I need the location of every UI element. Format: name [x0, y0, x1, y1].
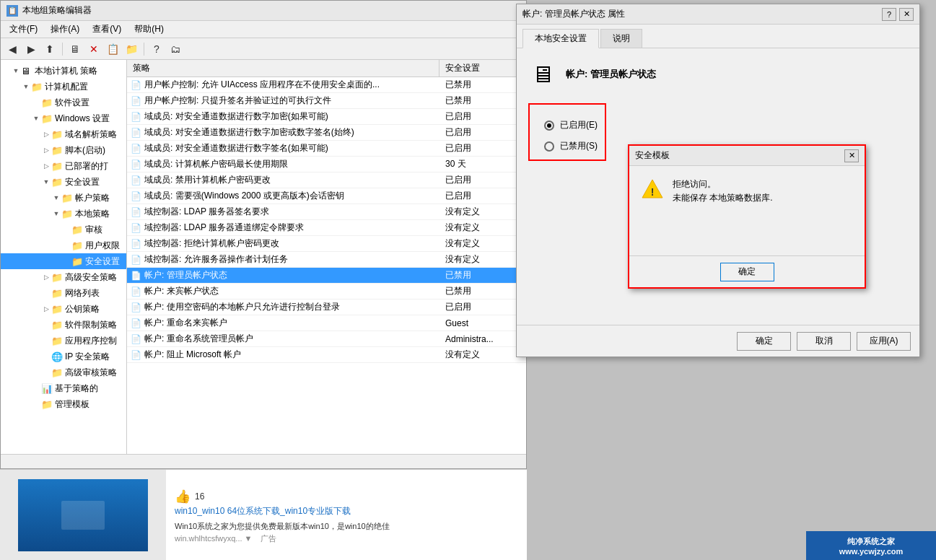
list-item[interactable]: 📄域成员: 计算机帐户密码最长使用期限30 天: [127, 157, 526, 172]
alert-ok-btn[interactable]: 确定: [720, 263, 774, 281]
radio-group: 已启用(E) 已禁用(S): [544, 119, 598, 152]
policy-label: 帐户: 管理员帐户状态: [144, 269, 227, 281]
browser-link[interactable]: win10_win10 64位系统下载_win10专业版下载: [175, 504, 518, 518]
tree-item-admin-templates[interactable]: 📁 管理模板: [1, 396, 126, 412]
properties-cancel-btn[interactable]: 取消: [797, 332, 851, 351]
tree-item-computer-config[interactable]: ▼ 📁 计算机配置: [1, 79, 126, 95]
label-policy-based: 基于策略的: [55, 382, 98, 395]
tree-item-deployed[interactable]: ▷ 📁 已部署的打: [1, 158, 126, 174]
tree-item-app-control[interactable]: 📁 应用程序控制: [1, 333, 126, 349]
btn-up[interactable]: ⬆: [41, 41, 58, 57]
btn-forward[interactable]: ▶: [22, 41, 40, 57]
btn-help[interactable]: ?: [148, 41, 165, 57]
radio-enabled-dot[interactable]: [544, 121, 554, 131]
tree-item-advanced-security[interactable]: ▷ 📁 高级安全策略: [1, 269, 126, 285]
toolbar-sep-1: [62, 43, 63, 56]
policy-icon: 📄: [130, 333, 141, 345]
policy-name-cell: 📄域成员: 需要强(Windows 2000 或更高版本)会话密钥: [127, 188, 439, 204]
tree-item-local-policy[interactable]: ▼ 📁 本地策略: [1, 206, 126, 222]
col-header-setting[interactable]: 安全设置: [439, 60, 526, 76]
list-item[interactable]: 📄帐户: 管理员帐户状态已禁用: [127, 268, 526, 284]
policy-name-cell: 📄帐户: 来宾帐户状态: [127, 284, 439, 299]
btn-grid[interactable]: 🗂: [167, 41, 184, 57]
list-item[interactable]: 📄用户帐户控制: 只提升签名并验证过的可执行文件已禁用: [127, 93, 526, 109]
tree-item-user-rights[interactable]: 📁 用户权限: [1, 237, 126, 253]
policy-name-cell: 📄域成员: 对安全通道数据进行数字签名(如果可能): [127, 141, 439, 156]
btn-folder[interactable]: 📁: [123, 41, 140, 57]
policy-setting: 30 天: [439, 157, 526, 172]
radio-enabled[interactable]: 已启用(E): [544, 119, 598, 131]
tree-item-network-list[interactable]: 📁 网络列表: [1, 285, 126, 301]
btn-delete[interactable]: ✕: [85, 41, 102, 57]
tree-item-software-restrict[interactable]: 📁 软件限制策略: [1, 317, 126, 333]
policy-label: 域控制器: 拒绝计算机帐户密码更改: [144, 237, 279, 250]
label-advanced-audit: 高级审核策略: [65, 366, 117, 379]
tree-item-audit[interactable]: 📁 审核: [1, 222, 126, 237]
radio-disabled-label: 已禁用(S): [560, 140, 598, 152]
properties-close-btn[interactable]: ✕: [899, 8, 914, 21]
browser-info: 👍 16 win10_win10 64位系统下载_win10专业版下载 Win1…: [166, 470, 527, 560]
col-header-policy[interactable]: 策略: [127, 60, 439, 76]
list-item[interactable]: 📄域控制器: LDAP 服务器通道绑定令牌要求没有定义: [127, 220, 526, 236]
list-item[interactable]: 📄域控制器: 拒绝计算机帐户密码更改没有定义: [127, 236, 526, 252]
list-item[interactable]: 📄域控制器: 允许服务器操作者计划任务没有定义: [127, 252, 526, 268]
radio-disabled-dot[interactable]: [544, 141, 554, 152]
policy-setting: 没有定义: [439, 236, 526, 251]
policy-name-cell: 📄域控制器: LDAP 服务器通道绑定令牌要求: [127, 220, 439, 235]
policy-icon: 📄: [130, 143, 141, 154]
list-item[interactable]: 📄帐户: 使用空密码的本地帐户只允许进行控制台登录已启用: [127, 299, 526, 315]
radio-disabled[interactable]: 已禁用(S): [544, 140, 598, 152]
menu-action[interactable]: 操作(A): [45, 22, 85, 37]
policy-label: 帐户: 来宾帐户状态: [144, 285, 219, 297]
btn-computer[interactable]: 🖥: [66, 41, 84, 57]
list-item[interactable]: 📄域控制器: LDAP 服务器签名要求没有定义: [127, 204, 526, 220]
policy-setting: 没有定义: [439, 204, 526, 219]
tree-item-windows[interactable]: ▼ 📁 Windows 设置: [1, 110, 126, 126]
tree-item-pubkey[interactable]: ▷ 📁 公钥策略: [1, 301, 126, 317]
policy-name-cell: 📄帐户: 重命名来宾帐户: [127, 315, 439, 331]
tree-item-policy-based[interactable]: 📊 基于策略的: [1, 380, 126, 396]
tab-local-security[interactable]: 本地安全设置: [522, 29, 599, 48]
properties-apply-btn[interactable]: 应用(A): [857, 332, 911, 351]
browser-meta: win.whlhtcsfwyxq... ▼ 广告: [175, 533, 518, 544]
folder-icon: 📁: [71, 224, 83, 235]
ad-site[interactable]: win.whlhtcsfwyxq... ▼: [175, 534, 252, 543]
label-windows: Windows 设置: [55, 112, 110, 125]
btn-properties[interactable]: 📋: [104, 41, 121, 57]
policy-setting: 已启用: [439, 109, 526, 124]
policy-name-cell: 📄用户帐户控制: 允许 UIAccess 应用程序在不使用安全桌面的...: [127, 77, 439, 92]
list-item[interactable]: 📄用户帐户控制: 允许 UIAccess 应用程序在不使用安全桌面的...已禁用: [127, 77, 526, 93]
thumbs-up-icon[interactable]: 👍: [175, 489, 191, 504]
tree-item-security-options[interactable]: 📁 安全设置: [1, 253, 126, 269]
tree-item-account[interactable]: ▼ 📁 帐户策略: [1, 190, 126, 206]
list-item[interactable]: 📄帐户: 来宾帐户状态已禁用: [127, 284, 526, 299]
tree-item-advanced-audit[interactable]: 📁 高级审核策略: [1, 364, 126, 380]
expand-icon: [41, 367, 51, 377]
menu-view[interactable]: 查看(V): [87, 22, 127, 37]
expand-icon: ▷: [41, 161, 51, 171]
list-item[interactable]: 📄域成员: 对安全通道数据进行数字签名(如果可能)已启用: [127, 141, 526, 157]
properties-ok-btn[interactable]: 确定: [737, 332, 791, 351]
expand-icon: [31, 97, 41, 108]
list-item[interactable]: 📄域成员: 禁用计算机帐户密码更改已启用: [127, 172, 526, 188]
tree-item-ip-security[interactable]: 🌐 IP 安全策略: [1, 349, 126, 364]
list-item[interactable]: 📄域成员: 对安全通道数据进行数字加密(如果可能)已启用: [127, 109, 526, 125]
tree-item-security[interactable]: ▼ 📁 安全设置: [1, 174, 126, 190]
list-item[interactable]: 📄帐户: 重命名系统管理员帐户Administra...: [127, 331, 526, 347]
tree-item-root[interactable]: ▼ 🖥 本地计算机 策略: [1, 63, 126, 79]
properties-help-btn[interactable]: ?: [882, 8, 896, 21]
btn-back[interactable]: ◀: [4, 41, 21, 57]
menu-file[interactable]: 文件(F): [4, 22, 43, 37]
tree-item-software[interactable]: 📁 软件设置: [1, 95, 126, 110]
list-item[interactable]: 📄域成员: 需要强(Windows 2000 或更高版本)会话密钥已启用: [127, 188, 526, 204]
tab-description[interactable]: 说明: [600, 29, 642, 48]
list-item[interactable]: 📄帐户: 重命名来宾帐户Guest: [127, 315, 526, 331]
tree-item-scripts[interactable]: ▷ 📁 脚本(启动): [1, 142, 126, 158]
list-item[interactable]: 📄帐户: 阻止 Microsoft 帐户没有定义: [127, 347, 526, 363]
list-item[interactable]: 📄域成员: 对安全通道数据进行数字加密或数字签名(始终)已启用: [127, 125, 526, 141]
alert-close-btn[interactable]: ✕: [844, 149, 859, 162]
label-dns: 域名解析策略: [65, 128, 117, 141]
tree-item-dns[interactable]: ▷ 📁 域名解析策略: [1, 126, 126, 142]
menu-help[interactable]: 帮助(H): [128, 22, 170, 37]
policy-setting: 已启用: [439, 125, 526, 140]
